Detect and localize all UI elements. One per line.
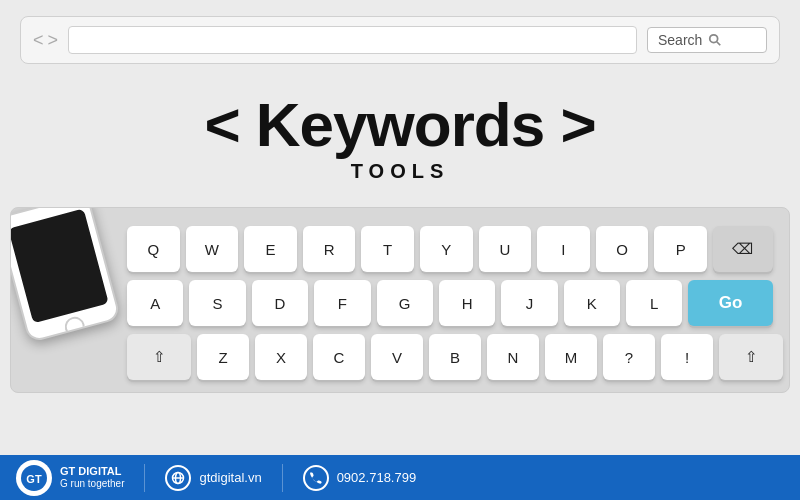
phone-icon [303, 465, 329, 491]
search-label: Search [658, 32, 702, 48]
headline-keywords: Keywords [256, 90, 544, 159]
key-o[interactable]: O [596, 226, 649, 272]
globe-icon [165, 465, 191, 491]
key-u[interactable]: U [479, 226, 532, 272]
key-j[interactable]: J [501, 280, 557, 326]
keyboard-rows: Q W E R T Y U I O P ⌫ A S D F G H J [127, 226, 773, 380]
key-question[interactable]: ? [603, 334, 655, 380]
key-backspace[interactable]: ⌫ [713, 226, 773, 272]
footer-divider-2 [282, 464, 283, 492]
logo-text: GT DIGITAL G run together [60, 465, 124, 490]
headline-suffix: > [544, 90, 595, 159]
phone-screen [10, 209, 108, 324]
headline-prefix: < [204, 90, 255, 159]
keyboard-row-1: Q W E R T Y U I O P ⌫ [127, 226, 773, 272]
key-w[interactable]: W [186, 226, 239, 272]
keyboard-section: Q W E R T Y U I O P ⌫ A S D F G H J [10, 207, 790, 393]
main-content: < > Search < Keywords > TOOLS [0, 0, 800, 455]
key-n[interactable]: N [487, 334, 539, 380]
key-e[interactable]: E [244, 226, 297, 272]
key-s[interactable]: S [189, 280, 245, 326]
headline-section: < Keywords > TOOLS [204, 94, 595, 183]
headline-subtitle: TOOLS [204, 160, 595, 183]
key-go[interactable]: Go [688, 280, 773, 326]
key-c[interactable]: C [313, 334, 365, 380]
key-k[interactable]: K [564, 280, 620, 326]
footer-website[interactable]: gtdigital.vn [165, 465, 261, 491]
key-m[interactable]: M [545, 334, 597, 380]
search-bar[interactable]: Search [647, 27, 767, 53]
back-icon[interactable]: < [33, 30, 44, 51]
svg-text:GT: GT [26, 473, 42, 485]
url-bar[interactable] [68, 26, 637, 54]
key-g[interactable]: G [377, 280, 433, 326]
gt-logo-svg: GT [20, 464, 48, 492]
footer-divider-1 [144, 464, 145, 492]
logo-line1: GT DIGITAL [60, 465, 124, 478]
key-l[interactable]: L [626, 280, 682, 326]
browser-bar: < > Search [20, 16, 780, 64]
keyboard-row-2: A S D F G H J K L Go [127, 280, 773, 326]
key-p[interactable]: P [654, 226, 707, 272]
footer-phone[interactable]: 0902.718.799 [303, 465, 417, 491]
footer-bar: GT GT DIGITAL G run together gtdigital.v… [0, 455, 800, 500]
key-f[interactable]: F [314, 280, 370, 326]
forward-icon[interactable]: > [48, 30, 59, 51]
key-y[interactable]: Y [420, 226, 473, 272]
key-d[interactable]: D [252, 280, 308, 326]
key-t[interactable]: T [361, 226, 414, 272]
svg-point-0 [710, 35, 718, 43]
search-icon [708, 33, 722, 47]
key-r[interactable]: R [303, 226, 356, 272]
key-shift-right[interactable]: ⇧ [719, 334, 783, 380]
key-b[interactable]: B [429, 334, 481, 380]
key-shift-left[interactable]: ⇧ [127, 334, 191, 380]
key-h[interactable]: H [439, 280, 495, 326]
keyboard-row-3: ⇧ Z X C V B N M ? ! ⇧ [127, 334, 773, 380]
key-v[interactable]: V [371, 334, 423, 380]
svg-line-1 [717, 42, 721, 46]
key-x[interactable]: X [255, 334, 307, 380]
key-z[interactable]: Z [197, 334, 249, 380]
logo-icon: GT [16, 460, 52, 496]
key-i[interactable]: I [537, 226, 590, 272]
footer-logo: GT GT DIGITAL G run together [16, 460, 124, 496]
phone-text: 0902.718.799 [337, 470, 417, 485]
phone-overlay [10, 207, 161, 338]
key-exclaim[interactable]: ! [661, 334, 713, 380]
logo-line2: G run together [60, 478, 124, 490]
phone-body [10, 207, 121, 343]
website-text: gtdigital.vn [199, 470, 261, 485]
phone-home-button [62, 315, 86, 339]
headline-main: < Keywords > [204, 94, 595, 156]
browser-nav[interactable]: < > [33, 30, 58, 51]
